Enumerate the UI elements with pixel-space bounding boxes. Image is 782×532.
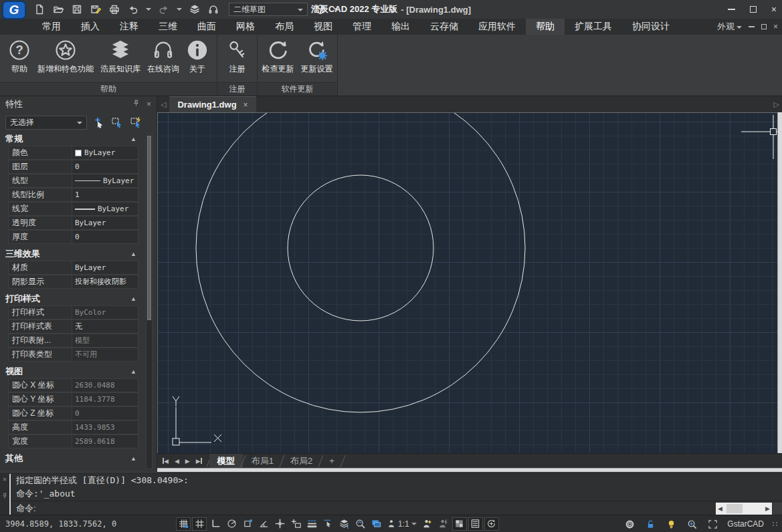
row-linetype-scale[interactable]: 线型比例 1 <box>8 188 143 202</box>
select-objects-icon[interactable] <box>110 115 124 130</box>
tab-scroll-left-icon[interactable]: ◁ <box>157 100 169 109</box>
workspace-icon[interactable] <box>369 517 383 531</box>
tab-layout[interactable]: 布局 <box>265 19 304 35</box>
tab-layout1[interactable]: 布局1 <box>243 454 282 469</box>
row-lineweight[interactable]: 线宽 ByLayer <box>8 202 143 216</box>
tab-3d[interactable]: 三维 <box>149 19 187 35</box>
tab-manage[interactable]: 管理 <box>343 19 381 35</box>
tab-output[interactable]: 输出 <box>381 19 420 35</box>
new-file-icon[interactable] <box>33 3 45 15</box>
row-center-x[interactable]: 圆心 X 坐标 2630.0488 <box>8 378 143 392</box>
fullscreen-icon[interactable] <box>705 517 720 531</box>
appearance-menu[interactable]: 外观 <box>717 21 742 33</box>
auto-annotation-icon[interactable] <box>436 517 451 531</box>
tab-scroll-right-icon[interactable]: ▷ <box>774 96 779 112</box>
transparency-icon[interactable] <box>452 517 467 531</box>
online-support-button[interactable]: 在线咨询 <box>144 37 182 76</box>
headset-icon[interactable] <box>207 3 219 15</box>
undo-dropdown-icon[interactable] <box>146 8 151 13</box>
last-layout-icon[interactable]: ▶ <box>196 458 202 464</box>
selection-cycling-icon[interactable] <box>320 517 335 531</box>
drawing-canvas[interactable] <box>157 112 777 453</box>
resize-grip[interactable] <box>773 522 778 526</box>
settings-gear-icon[interactable] <box>622 517 637 531</box>
command-history[interactable]: 指定圆的半径或 [直径(D)] <308.0490>: 命令:'_about 命… <box>9 474 782 515</box>
more-commands-icon[interactable] <box>333 8 338 13</box>
snap-icon[interactable] <box>176 517 191 531</box>
maximize-button[interactable] <box>750 6 757 13</box>
quick-select-icon[interactable] <box>128 115 143 130</box>
command-pin-icon[interactable] <box>1 493 8 501</box>
tab-home[interactable]: 常用 <box>32 19 71 35</box>
scroll-right-icon[interactable]: ▶ <box>765 505 770 512</box>
prev-layout-icon[interactable]: ◀ <box>175 458 179 464</box>
doc-restore-button[interactable] <box>761 24 767 29</box>
document-tab[interactable]: Drawing1.dwg × <box>169 96 256 112</box>
scroll-left-icon[interactable]: ◀ <box>718 505 722 512</box>
grid-icon[interactable] <box>192 517 207 531</box>
quick-properties-icon[interactable] <box>468 517 483 531</box>
save-icon[interactable] <box>71 3 83 15</box>
isolate-objects-icon[interactable] <box>684 517 699 531</box>
command-close-icon[interactable]: × <box>3 475 7 483</box>
tab-insert[interactable]: 插入 <box>71 19 110 35</box>
object-track-icon[interactable] <box>272 517 287 531</box>
app-logo-icon[interactable]: G <box>2 1 26 19</box>
close-button[interactable]: × <box>771 5 777 14</box>
tab-view[interactable]: 视图 <box>304 19 343 35</box>
command-input-line[interactable]: 命令: ◀ ▶ <box>11 501 782 515</box>
scrollbar-thumb[interactable] <box>147 136 151 320</box>
row-center-z[interactable]: 圆心 Z 坐标 0 <box>8 406 143 420</box>
hardware-acceleration-icon[interactable] <box>664 517 678 531</box>
row-layer[interactable]: 图层 0 <box>8 160 143 174</box>
row-material[interactable]: 材质 ByLayer <box>8 261 143 275</box>
row-shadow-display[interactable]: 阴影显示 投射和接收阴影 <box>8 275 143 289</box>
properties-scrollbar[interactable] <box>146 134 153 469</box>
save-as-icon[interactable] <box>90 3 102 15</box>
section-misc[interactable]: 其他 ▲ <box>1 452 142 465</box>
cube-icon[interactable] <box>314 3 326 15</box>
dynamic-input-icon[interactable] <box>288 517 303 531</box>
tab-surface[interactable]: 曲面 <box>187 19 226 35</box>
check-update-button[interactable]: 检查更新 <box>260 37 297 76</box>
clean-screen-icon[interactable] <box>484 517 499 531</box>
tab-annotate[interactable]: 注释 <box>110 19 149 35</box>
doc-minimize-button[interactable] <box>749 26 755 27</box>
lineweight-icon[interactable] <box>304 517 319 531</box>
canvas-vertical-scrollbar[interactable] <box>777 112 782 453</box>
command-scroll-thumb[interactable] <box>726 504 743 513</box>
row-transparency[interactable]: 透明度 ByLayer <box>8 216 143 230</box>
row-color[interactable]: 颜色 ByLayer <box>8 146 143 160</box>
section-view[interactable]: 视图 ▲ <box>1 365 142 378</box>
about-button[interactable]: 关于 <box>183 37 211 76</box>
help-button[interactable]: ? 帮助 <box>5 37 33 76</box>
row-plot-table-type[interactable]: 打印表类型 不可用 <box>8 348 143 362</box>
pin-icon[interactable] <box>132 100 140 109</box>
tab-express-tools[interactable]: 扩展工具 <box>565 19 622 35</box>
minimize-button[interactable] <box>728 9 735 10</box>
new-features-button[interactable]: 新增和特色功能 <box>35 37 96 76</box>
row-plot-style-table[interactable]: 打印样式表 无 <box>8 319 143 334</box>
row-height[interactable]: 高度 1433.9853 <box>8 420 143 434</box>
row-thickness[interactable]: 厚度 0 <box>8 230 143 244</box>
undo-icon[interactable] <box>127 3 139 15</box>
ortho-icon[interactable] <box>208 517 223 531</box>
row-linetype[interactable]: 线型 ByLayer <box>8 174 143 188</box>
tab-model[interactable]: 模型 <box>209 454 243 469</box>
tab-help[interactable]: 帮助 <box>526 19 565 35</box>
knowledge-base-button[interactable]: 浩辰知识库 <box>98 37 143 76</box>
selection-dropdown[interactable]: 无选择 <box>5 116 87 130</box>
layers-stack-icon[interactable] <box>189 3 201 15</box>
polar-tracking-icon[interactable] <box>224 517 239 531</box>
next-layout-icon[interactable]: ▶ <box>185 458 190 464</box>
layer-stack-icon[interactable] <box>336 517 351 531</box>
command-scrollbar[interactable]: ◀ ▶ <box>716 503 772 515</box>
row-plot-style[interactable]: 打印样式 ByColor <box>8 305 143 319</box>
lock-icon[interactable] <box>643 517 658 531</box>
new-layout-button[interactable]: + <box>321 454 343 469</box>
register-button[interactable]: 注册 <box>223 37 252 76</box>
annotation-visibility-icon[interactable] <box>420 517 435 531</box>
section-general[interactable]: 常规 ▲ <box>1 132 142 146</box>
open-file-icon[interactable] <box>52 3 64 15</box>
isometric-icon[interactable] <box>256 517 271 531</box>
